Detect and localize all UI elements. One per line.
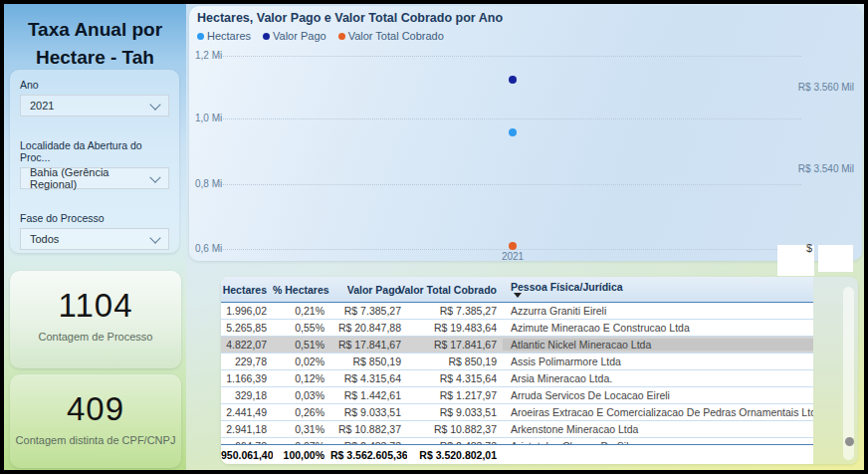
covered-axis-label-fragment: $: [806, 242, 812, 254]
table-cell: 0,55%: [273, 322, 330, 334]
table-row[interactable]: 5.265,850,55%R$ 20.847,88R$ 19.483,64Azi…: [221, 320, 813, 337]
slicer-dropdown[interactable]: 2021: [20, 95, 169, 117]
data-point-hectares[interactable]: [509, 128, 517, 136]
table-cell: 4.822,07: [221, 339, 273, 351]
slicer-label: Fase do Processo: [20, 212, 169, 224]
table-cell: Assis Polimarmore Ltda: [503, 356, 813, 367]
kpi-card-0: 1104Contagem de Processo: [10, 271, 181, 368]
table-total-row: 950.061,40100,00%R$ 3.562.605,36R$ 3.520…: [221, 444, 813, 464]
column-header-0[interactable]: Hectares: [221, 284, 273, 296]
chevron-down-icon: [149, 232, 160, 243]
table-cell: R$ 19.483,64: [407, 322, 503, 334]
chart-card: Hectares, Valor Pago e Valor Total Cobra…: [189, 6, 862, 261]
table-header-row: Hectares% HectaresValor PagoValor Total …: [221, 277, 813, 303]
slicer-2: Fase do ProcessoTodos: [10, 212, 179, 250]
y-axis-tick: 0,6 Mi: [195, 243, 233, 254]
data-point-valor-pago[interactable]: [509, 76, 517, 84]
slicer-dropdown[interactable]: Bahia (Gerência Regional): [20, 167, 169, 189]
table-cell: R$ 850,19: [407, 356, 503, 367]
slicer-label: Localidade da Abertura do Proc...: [20, 139, 169, 163]
chart-legend: HectaresValor PagoValor Total Cobrado: [197, 30, 444, 42]
gridline: [217, 56, 801, 57]
table-row[interactable]: 1.166,390,12%R$ 4.315,64R$ 4.315,64Arsia…: [221, 370, 813, 387]
legend-dot-icon: [338, 33, 345, 40]
kpi-value: 409: [10, 390, 181, 428]
gridline: [217, 249, 801, 250]
kpi-label: Contagem distinta de CPF/CNPJ: [10, 434, 181, 446]
table-cell: 2.441,49: [221, 406, 273, 418]
table-cell: 329,18: [221, 389, 273, 401]
table-row[interactable]: 229,780,02%R$ 850,19R$ 850,19Assis Polim…: [221, 354, 813, 370]
legend-dot-icon: [263, 33, 270, 40]
table-cell: R$ 20.847,88: [330, 322, 407, 334]
table-card: Hectares% HectaresValor PagoValor Total …: [221, 277, 858, 464]
legend-label: Valor Total Cobrado: [348, 30, 444, 42]
table-cell: 0,02%: [273, 356, 330, 367]
table-cell: Azimute Mineracao E Construcao Ltda: [503, 322, 813, 334]
table-row[interactable]: 2.941,180,31%R$ 10.882,37R$ 10.882,37Ark…: [221, 421, 813, 438]
table-cell: R$ 9.033,51: [330, 406, 407, 418]
table-row[interactable]: 329,180,03%R$ 1.442,61R$ 1.217,97Arruda …: [221, 387, 813, 404]
sidebar: Taxa Anual por Hectare - Tah Ano2021Loca…: [4, 4, 186, 470]
gridline: [217, 184, 801, 185]
y-axis-tick: 1,0 Mi: [195, 113, 233, 123]
total-cell: R$ 3.520.802,01: [407, 449, 503, 461]
table-cell: Azzurra Graniti Eireli: [503, 305, 813, 317]
column-header-3[interactable]: Valor Total Cobrado: [387, 284, 503, 296]
dashboard: Taxa Anual por Hectare - Tah Ano2021Loca…: [0, 0, 868, 474]
table-cell: 664,78: [221, 440, 273, 444]
table-cell: R$ 10.882,37: [330, 423, 407, 435]
secondary-y-axis-label: R$ 3.540 Mil: [780, 163, 854, 174]
table-scrollbar-thumb[interactable]: [845, 437, 854, 446]
table-row[interactable]: 2.441,490,26%R$ 9.033,51R$ 9.033,51Aroei…: [221, 404, 813, 421]
table-cell: R$ 1.442,61: [330, 389, 407, 401]
table-cell: R$ 10.882,37: [407, 423, 503, 435]
table-cell: R$ 1.217,97: [407, 389, 503, 401]
table-cell: R$ 4.315,64: [407, 372, 503, 384]
y-axis-tick: 1,2 Mi: [195, 50, 233, 61]
table-cell: 0,21%: [273, 305, 330, 317]
legend-item[interactable]: Hectares: [197, 30, 251, 42]
table-row[interactable]: 664,780,07%R$ 2.483,73R$ 2.483,73Aristot…: [221, 438, 813, 444]
table-cell: R$ 7.385,27: [330, 305, 407, 317]
table-cell: R$ 2.483,73: [330, 440, 407, 444]
slicer-value: Bahia (Gerência Regional): [30, 166, 151, 190]
x-axis-tick: 2021: [493, 251, 533, 262]
data-point-valor-total-cobrado[interactable]: [509, 242, 517, 250]
legend-item[interactable]: Valor Pago: [263, 30, 326, 42]
gridline: [217, 118, 801, 119]
column-header-4[interactable]: Pessoa Física/Jurídica: [503, 281, 813, 298]
table-cell: Arruda Servicos De Locacao Eireli: [503, 389, 813, 401]
page-title: Taxa Anual por Hectare - Tah: [4, 4, 186, 71]
legend-label: Hectares: [207, 30, 251, 42]
y-axis-tick: 0,8 Mi: [195, 178, 233, 189]
table-cell: R$ 17.841,67: [330, 339, 407, 351]
table: Hectares% HectaresValor PagoValor Total …: [221, 277, 813, 464]
table-scrollbar-track[interactable]: [843, 287, 854, 460]
slicer-label: Ano: [20, 79, 169, 91]
table-row[interactable]: 4.822,070,51%R$ 17.841,67R$ 17.841,67Atl…: [221, 337, 813, 354]
legend-item[interactable]: Valor Total Cobrado: [338, 30, 444, 42]
table-cell: R$ 17.841,67: [407, 339, 503, 351]
table-cell: R$ 9.033,51: [407, 406, 503, 418]
table-cell: R$ 7.385,27: [407, 305, 503, 317]
slicer-value: 2021: [30, 100, 54, 112]
total-cell: 950.061,40: [221, 449, 273, 461]
kpi-card-1: 409Contagem distinta de CPF/CNPJ: [10, 374, 181, 468]
table-cell: R$ 2.483,73: [407, 440, 503, 444]
table-row[interactable]: 1.996,020,21%R$ 7.385,27R$ 7.385,27Azzur…: [221, 303, 813, 320]
table-cell: Atlantic Nickel Mineracao Ltda: [503, 339, 813, 351]
slicer-0: Ano2021: [10, 79, 179, 117]
table-body: 1.996,020,21%R$ 7.385,27R$ 7.385,27Azzur…: [221, 303, 813, 444]
secondary-y-axis-label: R$ 3.560 Mil: [780, 82, 854, 93]
legend-dot-icon: [197, 33, 204, 40]
column-header-1[interactable]: % Hectares: [273, 284, 330, 296]
table-cell: 1.166,39: [221, 372, 273, 384]
slicer-dropdown[interactable]: Todos: [20, 228, 169, 250]
kpi-label: Contagem de Processo: [10, 331, 181, 343]
table-cell: 0,07%: [273, 440, 330, 444]
kpi-value: 1104: [10, 287, 181, 325]
slicer-panel: Ano2021Localidade da Abertura do Proc...…: [10, 70, 179, 253]
table-cell: 1.996,02: [221, 305, 273, 317]
table-cell: R$ 850,19: [330, 356, 407, 367]
